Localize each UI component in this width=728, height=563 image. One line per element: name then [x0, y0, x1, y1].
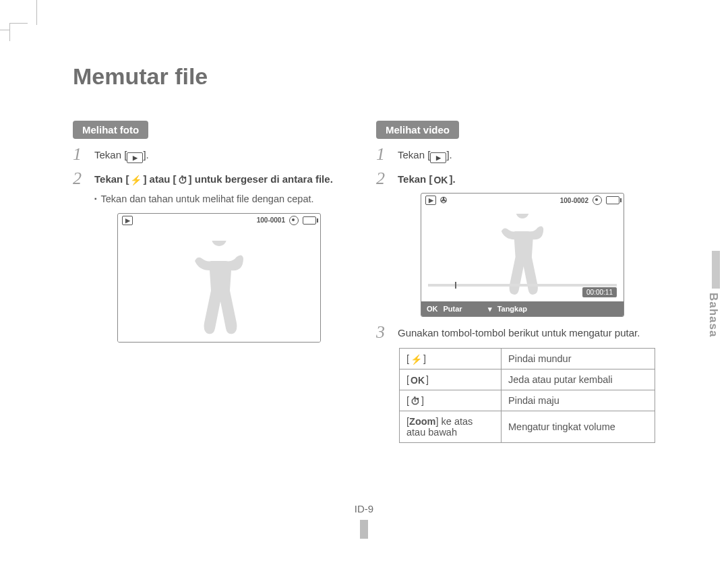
cell-value: Pindai mundur	[502, 349, 655, 369]
crop-corner	[9, 23, 28, 41]
heading-pill-video: Melihat video	[376, 121, 459, 139]
flash-icon: ⚡	[409, 355, 423, 364]
page-number: ID-9	[355, 503, 373, 514]
lcd-preview-video: ▶ ✇ 100-0002	[421, 193, 624, 317]
heading-pill-photos: Melihat foto	[73, 121, 148, 139]
cell-value: Jeda atau putar kembali	[502, 369, 655, 390]
step-number: 3	[376, 324, 388, 341]
timer-icon: ⏱	[177, 176, 189, 185]
step-3-video: Gunakan tombol-tombol berikut untuk meng…	[398, 324, 653, 340]
crop-h	[0, 30, 10, 30]
step-number: 1	[376, 146, 388, 163]
column-photos: Melihat foto 1 Tekan [▶]. 2 Tekan [⚡] at…	[73, 121, 349, 443]
page-content: Memutar file Melihat foto 1 Tekan [▶]. 2…	[73, 63, 666, 443]
ok-label: OK	[421, 304, 444, 314]
table-row: [OK] Jeda atau putar kembali	[400, 369, 655, 390]
table-row: [⏱] Pindai maju	[400, 390, 655, 411]
side-tab: Bahasa	[706, 251, 724, 337]
table-row: [⚡] Pindai mundur	[400, 349, 655, 369]
table-row: [Zoom] ke atas atau bawah Mengatur tingk…	[400, 411, 655, 443]
step-2-video: Tekan [OK]. ▶ ✇ 100-0002	[398, 170, 653, 317]
column-video: Melihat video 1 Tekan [▶]. 2 Tekan [OK].	[376, 121, 653, 443]
footer-mark	[360, 520, 368, 539]
play-icon: ▶	[122, 216, 133, 225]
silhouette-icon	[185, 241, 253, 342]
side-tab-label: Bahasa	[706, 293, 720, 337]
step-2-sub: Tekan dan tahan untuk melihat file denga…	[94, 193, 349, 206]
ok-icon: OK	[432, 176, 449, 185]
ok-icon: OK	[409, 376, 426, 385]
page-title: Memutar file	[73, 63, 666, 90]
battery-icon	[303, 216, 316, 225]
step-1-photos: Tekan [▶].	[94, 146, 349, 163]
down-icon: ▾	[483, 304, 497, 314]
lcd-counter: 100-0001	[257, 216, 285, 225]
movie-icon: ✇	[440, 195, 447, 206]
progress-bar	[421, 284, 624, 287]
lcd-counter: 100-0002	[560, 196, 588, 206]
lcd-time: 00:00:11	[582, 287, 617, 298]
lcd-preview-photo: ▶ 100-0001	[117, 213, 321, 343]
silhouette-icon	[489, 214, 556, 301]
controls-table: [⚡] Pindai mundur [OK] Jeda atau putar k…	[399, 348, 655, 443]
cell-value: Mengatur tingkat volume	[502, 411, 655, 443]
step-1-video: Tekan [▶].	[398, 146, 653, 163]
disc-icon	[593, 196, 602, 205]
cell-value: Pindai maju	[502, 390, 655, 411]
timer-icon: ⏱	[409, 396, 421, 406]
step-number: 2	[73, 170, 85, 187]
page-footer: ID-9	[0, 503, 728, 539]
capture-label: Tangkap	[497, 304, 547, 314]
crop-v	[36, 0, 37, 25]
play-icon: ▶	[430, 152, 446, 163]
play-label: Putar	[444, 304, 483, 314]
step-number: 1	[73, 146, 85, 163]
disc-icon	[289, 216, 299, 225]
battery-icon	[606, 196, 619, 204]
play-icon: ▶	[425, 196, 436, 205]
play-icon: ▶	[127, 152, 143, 163]
flash-icon: ⚡	[129, 176, 143, 185]
step-2-photos: Tekan [⚡] atau [⏱] untuk bergeser di ant…	[94, 170, 349, 343]
lcd-footer: OK Putar ▾ Tangkap	[421, 301, 624, 316]
step-number: 2	[376, 170, 388, 187]
